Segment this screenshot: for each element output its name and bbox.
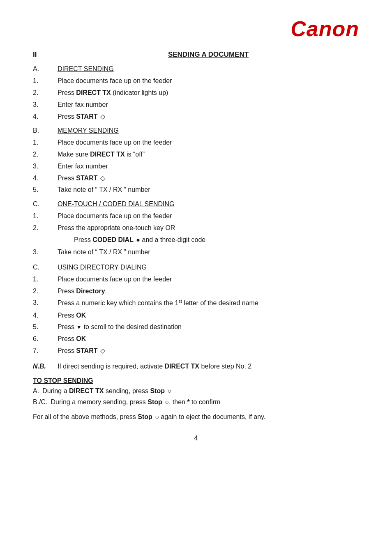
list-item: 4. Press START: [33, 173, 359, 184]
stop-circle-icon: [164, 398, 169, 405]
item-num: 3.: [33, 246, 58, 258]
list-item: 2. Press DIRECT TX (indicator lights up): [33, 87, 359, 99]
list-item: 3. Enter fax number: [33, 99, 359, 111]
item-num: 1.: [33, 75, 58, 87]
item-num: 2.: [33, 87, 58, 99]
nb-row: N.B. If direct sending is required, acti…: [33, 360, 359, 373]
item-content: Press Directory: [58, 286, 359, 297]
item-content: Enter fax number: [58, 161, 359, 173]
item-num: [33, 234, 58, 247]
item-content: Place documents face up on the feeder: [58, 137, 359, 149]
list-item: 1. Place documents face up on the feeder: [33, 137, 359, 149]
to-stop-a-label: A.: [33, 385, 39, 396]
item-content: Enter fax number: [58, 99, 359, 111]
start-diamond-icon: [99, 347, 105, 354]
main-content: II SENDING A DOCUMENT A. DIRECT SENDING …: [33, 48, 359, 373]
list-item: 5. Press to scroll to the desired destin…: [33, 321, 359, 333]
subsection-b-label: B. MEMORY SENDING: [33, 125, 359, 137]
to-stop-a-content: During a DIRECT TX sending, press Stop: [42, 385, 171, 396]
to-stop-heading: TO STOP SENDING: [33, 377, 359, 385]
page: Canon II SENDING A DOCUMENT A. DIRECT SE…: [0, 0, 392, 555]
to-stop-line-bc: B./C. During a memory sending, press Sto…: [33, 396, 359, 408]
item-content: Take note of “ TX / RX ” number: [58, 184, 359, 196]
to-stop-section: TO STOP SENDING A. During a DIRECT TX se…: [33, 377, 359, 423]
item-content: Press to scroll to the desired destinati…: [58, 321, 359, 333]
item-num: 2.: [33, 149, 58, 161]
item-num: 4.: [33, 111, 58, 123]
item-content: Press START: [58, 173, 359, 184]
item-num: 1.: [33, 274, 58, 286]
canon-logo: Canon: [291, 16, 359, 41]
item-content: Make sure DIRECT TX is “off”: [58, 149, 359, 161]
item-num: 2.: [33, 222, 58, 234]
list-item: 6. Press OK: [33, 333, 359, 345]
subsection-c2-letter: C.: [33, 262, 58, 274]
list-item: 5. Take note of “ TX / RX ” number: [33, 184, 359, 196]
subsection-a-letter: A.: [33, 63, 58, 75]
item-num: 5.: [33, 184, 58, 196]
for-all-section: For all of the above methods, press Stop…: [33, 412, 359, 422]
item-content: Place documents face up on the feeder: [58, 210, 359, 222]
item-num: 3.: [33, 297, 58, 309]
item-num: 3.: [33, 99, 58, 111]
section-header: II SENDING A DOCUMENT: [33, 48, 359, 61]
list-item: 3. Take note of “ TX / RX ” number: [33, 246, 359, 258]
item-content: Press START: [58, 345, 359, 357]
subsection-c2-label: C. USING DIRECTORY DIALING: [33, 262, 359, 274]
down-arrow-icon: [76, 323, 82, 330]
subsection-b-title: MEMORY SENDING: [58, 125, 359, 137]
nb-label: N.B.: [33, 360, 58, 373]
coded-dial-dot-icon: [135, 236, 140, 243]
subsection-a-label: A. DIRECT SENDING: [33, 63, 359, 75]
item-num: 6.: [33, 333, 58, 345]
to-stop-line-a: A. During a DIRECT TX sending, press Sto…: [33, 385, 359, 396]
spacer: [33, 357, 359, 360]
spacer: [33, 258, 359, 262]
item-num: 5.: [33, 321, 58, 333]
item-num: 3.: [33, 161, 58, 173]
section-title: SENDING A DOCUMENT: [58, 48, 359, 61]
list-item: 2. Press the appropriate one-touch key O…: [33, 222, 359, 234]
subsection-c1-title: ONE-TOUCH / CODED DIAL SENDING: [58, 198, 359, 210]
item-content: Press OK: [58, 310, 359, 322]
item-num: 1.: [33, 137, 58, 149]
list-item: 2. Press Directory: [33, 286, 359, 297]
list-item: 1. Place documents face up on the feeder: [33, 75, 359, 87]
item-num: 4.: [33, 310, 58, 322]
list-item: Press CODED DIAL and a three-digit code: [33, 234, 359, 247]
list-item: 3. Enter fax number: [33, 161, 359, 173]
list-item: 4. Press OK: [33, 310, 359, 322]
nb-direct-underline: direct: [63, 363, 79, 370]
list-item: 2. Make sure DIRECT TX is “off”: [33, 149, 359, 161]
start-diamond-icon: [99, 175, 105, 182]
list-item: 7. Press START: [33, 345, 359, 357]
to-stop-bc-label: B./C.: [33, 396, 48, 408]
item-content: Place documents face up on the feeder: [58, 274, 359, 286]
start-diamond-icon: [99, 113, 105, 120]
item-content: Press the appropriate one-touch key OR: [58, 222, 359, 234]
stop-circle-icon: [166, 387, 171, 394]
item-num: 1.: [33, 210, 58, 222]
list-item: 1. Place documents face up on the feeder: [33, 274, 359, 286]
subsection-c1-letter: C.: [33, 198, 58, 210]
logo-area: Canon: [33, 16, 359, 41]
item-content: Press DIRECT TX (indicator lights up): [58, 87, 359, 99]
list-item: 1. Place documents face up on the feeder: [33, 210, 359, 222]
item-content: Press OK: [58, 333, 359, 345]
item-num: 7.: [33, 345, 58, 357]
subsection-c1-label: C. ONE-TOUCH / CODED DIAL SENDING: [33, 198, 359, 210]
page-number: 4: [33, 435, 359, 442]
subsection-c2-title: USING DIRECTORY DIALING: [58, 262, 359, 274]
item-content: Press CODED DIAL and a three-digit code: [58, 234, 359, 247]
item-num: 2.: [33, 286, 58, 297]
item-content: Press a numeric key which contains the 1…: [58, 297, 359, 309]
subsection-b-letter: B.: [33, 125, 58, 137]
subsection-a-title: DIRECT SENDING: [58, 63, 359, 75]
item-content: Place documents face up on the feeder: [58, 75, 359, 87]
list-item: 3. Press a numeric key which contains th…: [33, 297, 359, 309]
item-content: Press START: [58, 111, 359, 123]
nb-content: If direct sending is required, activate …: [58, 360, 359, 373]
to-stop-bc-content: During a memory sending, press Stop , th…: [51, 396, 221, 408]
list-item: 4. Press START: [33, 111, 359, 123]
section-roman: II: [33, 48, 58, 61]
